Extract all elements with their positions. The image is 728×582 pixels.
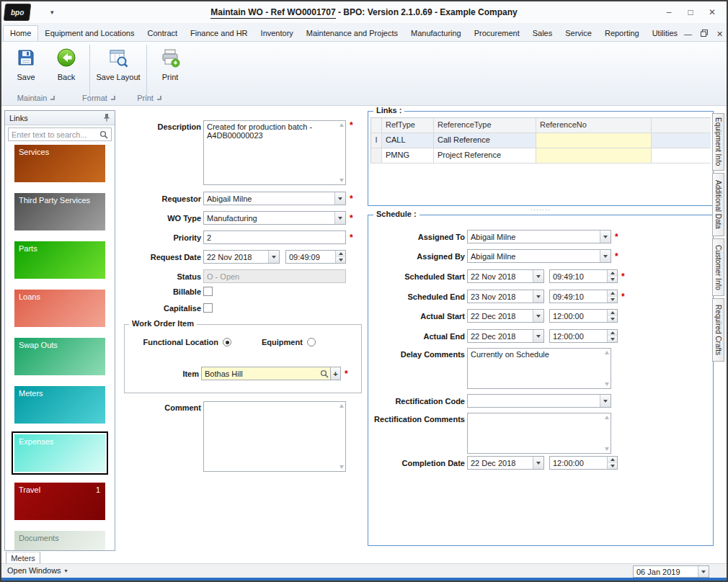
sidebar-tile-loans[interactable]: Loans	[14, 290, 105, 327]
scroll-up-icon[interactable]	[605, 351, 609, 354]
menu-tab-home[interactable]: Home	[3, 25, 38, 41]
scheduled-end-time-field[interactable]: 09:49:10	[549, 290, 618, 303]
completion-time-field[interactable]: 12:00:00	[549, 456, 618, 470]
actual-start-date-picker[interactable]: 22 Dec 2018	[467, 309, 544, 323]
menu-tab-procurement[interactable]: Procurement	[468, 26, 526, 41]
time-spinner[interactable]	[607, 290, 617, 303]
chevron-down-icon[interactable]	[533, 290, 543, 303]
time-spinner[interactable]	[335, 251, 345, 263]
assigned-to-combobox[interactable]: Abigail Milne	[467, 230, 611, 243]
chevron-down-icon[interactable]	[698, 566, 709, 577]
menu-tab-reporting[interactable]: Reporting	[598, 26, 646, 41]
chevron-down-icon[interactable]	[533, 457, 543, 469]
description-field[interactable]: Created for production batch - A4DB00000…	[203, 120, 346, 185]
menu-tab-manufacturing[interactable]: Manufacturing	[404, 26, 468, 41]
column-header-referenceno[interactable]: ReferenceNo	[536, 118, 652, 133]
assigned-by-combobox[interactable]: Abigail Milne	[467, 249, 611, 263]
sidebar-tile-travel[interactable]: Travel1	[14, 483, 105, 520]
mdi-minimize-icon[interactable]: —	[684, 30, 692, 37]
spinner-up-icon[interactable]	[608, 330, 617, 336]
mdi-close-icon[interactable]: ✕	[716, 30, 723, 37]
item-field[interactable]: Bothas Hill	[201, 367, 331, 380]
spinner-up-icon[interactable]	[608, 270, 617, 277]
dialog-launcher-icon[interactable]	[50, 96, 55, 100]
menu-tab-equipment-and-locations[interactable]: Equipment and Locations	[38, 26, 141, 41]
referenceno-cell[interactable]	[536, 148, 652, 164]
search-icon[interactable]	[99, 130, 108, 140]
rectification-comments-field[interactable]	[467, 413, 611, 454]
scroll-up-icon[interactable]	[339, 123, 344, 127]
side-tab-customer-info[interactable]: Customer Info	[712, 238, 724, 296]
referenceno-cell[interactable]	[536, 133, 652, 148]
sidebar-tile-meters[interactable]: Meters	[14, 386, 105, 424]
scroll-up-icon[interactable]	[339, 404, 344, 408]
comment-field[interactable]	[203, 401, 346, 472]
scroll-down-icon[interactable]	[339, 179, 344, 182]
side-tab-additional-data[interactable]: Additional Data	[712, 173, 724, 236]
request-date-picker[interactable]: 22 Nov 2018	[203, 250, 280, 264]
menu-tab-utilities[interactable]: Utilities	[646, 26, 684, 41]
sidebar-tile-third-party-services[interactable]: Third Party Services	[14, 193, 105, 230]
delay-comments-field[interactable]: Currently on Schedule	[467, 348, 611, 389]
chevron-down-icon[interactable]	[533, 310, 543, 322]
billable-checkbox[interactable]	[203, 287, 213, 296]
table-row-call[interactable]: I CALL Call Reference	[371, 133, 711, 148]
save-layout-button[interactable]: Save Layout	[93, 45, 143, 91]
reftype-cell[interactable]: PMNG	[382, 148, 434, 164]
spinner-up-icon[interactable]	[608, 290, 617, 297]
menu-tab-maintenance-and-projects[interactable]: Maintenance and Projects	[300, 26, 404, 41]
priority-field[interactable]: 2	[203, 230, 346, 244]
system-date-picker[interactable]: 06 Jan 2019	[633, 565, 709, 578]
request-time-field[interactable]: 09:49:09	[285, 250, 346, 264]
scheduled-start-time-field[interactable]: 09:49:10	[549, 269, 618, 283]
column-header-referencetype[interactable]: ReferenceType	[434, 118, 536, 133]
menu-tab-service[interactable]: Service	[559, 26, 598, 41]
column-header-reftype[interactable]: RefType	[382, 118, 434, 133]
chevron-down-icon[interactable]	[533, 330, 543, 342]
rectification-code-combobox[interactable]	[467, 394, 611, 408]
completion-date-picker[interactable]: 22 Dec 2018	[467, 456, 544, 470]
spinner-down-icon[interactable]	[608, 297, 617, 303]
dialog-launcher-icon[interactable]	[111, 96, 115, 100]
time-spinner[interactable]	[607, 310, 617, 322]
quick-access-dropdown-icon[interactable]: ▾	[50, 9, 54, 16]
wo-type-combobox[interactable]: Manufacturing	[203, 211, 346, 225]
side-tab-required-crafts[interactable]: Required Crafts	[712, 298, 724, 362]
time-spinner[interactable]	[607, 270, 617, 282]
requestor-combobox[interactable]: Abigail Milne	[203, 192, 346, 205]
time-spinner[interactable]	[607, 457, 617, 469]
functional-location-radio[interactable]	[223, 338, 231, 346]
save-button[interactable]: Save	[6, 45, 46, 91]
actual-end-time-field[interactable]: 12:00:00	[549, 329, 618, 343]
menu-tab-finance-and-hr[interactable]: Finance and HR	[184, 26, 254, 41]
time-spinner[interactable]	[607, 330, 617, 342]
sidebar-tile-documents[interactable]: Documents	[14, 531, 105, 550]
scheduled-start-date-picker[interactable]: 22 Nov 2018	[467, 269, 544, 283]
capitalise-checkbox[interactable]	[203, 303, 213, 313]
menu-tab-inventory[interactable]: Inventory	[254, 26, 300, 41]
chevron-down-icon[interactable]	[600, 395, 611, 407]
table-row-pmng[interactable]: PMNG Project Reference	[371, 148, 711, 164]
menu-tab-contract[interactable]: Contract	[141, 26, 185, 41]
referencetype-cell[interactable]: Call Reference	[434, 133, 536, 148]
pin-icon[interactable]	[103, 113, 110, 123]
side-tab-equipment-info[interactable]: Equipment Info	[712, 113, 724, 171]
close-button[interactable]: ✕	[702, 4, 722, 20]
reftype-cell[interactable]: CALL	[382, 133, 434, 148]
spinner-up-icon[interactable]	[336, 251, 345, 257]
chevron-down-icon[interactable]	[533, 270, 543, 282]
spinner-up-icon[interactable]	[608, 310, 617, 316]
minimize-button[interactable]: –	[659, 4, 679, 20]
scroll-down-icon[interactable]	[605, 447, 609, 451]
chevron-down-icon[interactable]	[600, 250, 611, 262]
scheduled-end-date-picker[interactable]: 23 Nov 2018	[467, 290, 544, 303]
scroll-down-icon[interactable]	[339, 465, 344, 469]
menu-tab-sales[interactable]: Sales	[526, 26, 559, 41]
sidebar-tile-swap-outs[interactable]: Swap Outs	[14, 338, 105, 375]
chevron-down-icon[interactable]	[334, 212, 345, 224]
scroll-up-icon[interactable]	[605, 416, 609, 419]
referencetype-cell[interactable]: Project Reference	[434, 148, 536, 164]
maximize-button[interactable]: □	[680, 4, 701, 20]
open-windows-button[interactable]: Open Windows ▾	[7, 566, 68, 575]
spinner-down-icon[interactable]	[608, 336, 617, 343]
